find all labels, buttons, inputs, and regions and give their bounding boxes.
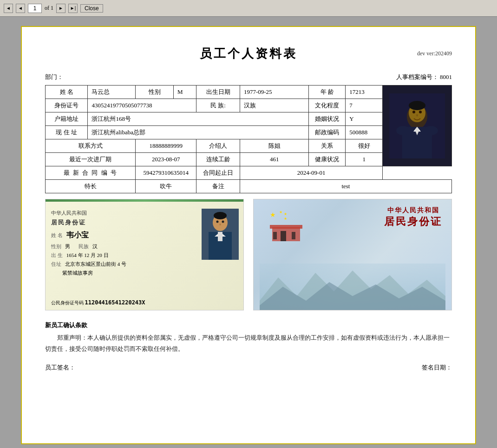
svg-point-16 bbox=[222, 221, 224, 223]
last-entry-value: 2023-08-07 bbox=[136, 153, 196, 166]
title-row: 员工个人资料表 dev ver:202409 bbox=[45, 46, 452, 62]
ethnicity-label: 民 族: bbox=[196, 99, 240, 112]
remark-value: test bbox=[240, 180, 451, 193]
id-card-back: 中华人民共和国 居民身份证 ★ ★ ★ ★ bbox=[253, 199, 452, 310]
id-address-line2: 紫禁城故事房 bbox=[62, 270, 93, 277]
id-label: 身份证号 bbox=[46, 99, 88, 112]
contract-start-label: 合同起止日 bbox=[196, 166, 240, 180]
svg-text:★: ★ bbox=[284, 212, 287, 216]
sign-date-label: 签名日期： bbox=[422, 363, 452, 372]
birthday-label: 出生日期 bbox=[196, 86, 240, 99]
id-back-content: 中华人民共和国 居民身份证 ★ ★ ★ ★ bbox=[254, 199, 451, 310]
relation-label: 关系 bbox=[309, 139, 346, 153]
relation-value: 很好 bbox=[346, 139, 383, 153]
id-address-row2: 紫禁城故事房 bbox=[51, 270, 238, 277]
address-label: 现 住 址 bbox=[46, 126, 88, 139]
svg-point-17 bbox=[220, 224, 221, 225]
contact-label: 联系方式 bbox=[46, 139, 136, 153]
id-top-bar bbox=[46, 199, 243, 202]
ethnicity-value: 汉族 bbox=[240, 99, 309, 112]
first-page-button[interactable]: ◄ bbox=[4, 4, 13, 13]
id-gender-value: 男 bbox=[65, 243, 70, 250]
svg-rect-20 bbox=[218, 232, 222, 241]
contract-value: 594279310635014 bbox=[136, 166, 196, 180]
document-page: 员工个人资料表 dev ver:202409 部门： 人事档案编号： 8001 … bbox=[21, 26, 476, 444]
svg-point-11 bbox=[424, 126, 438, 135]
gender-value: M bbox=[174, 86, 196, 99]
id-ethnicity-label: 民族 bbox=[78, 243, 89, 250]
file-number-label: 人事档案编号： bbox=[396, 73, 438, 80]
toolbar: ◄ ◄ of 1 ► ►| Close bbox=[0, 0, 497, 17]
culture-value: 7 bbox=[346, 99, 383, 112]
birthday-value: 1977-09-25 bbox=[240, 86, 309, 99]
id-name-label: 姓 名 bbox=[51, 232, 63, 239]
prev-page-button[interactable]: ◄ bbox=[16, 4, 25, 13]
table-row: 姓 名 马云总 性别 M 出生日期 1977-09-25 年 龄 17213 bbox=[46, 86, 452, 99]
next-page-button[interactable]: ► bbox=[56, 4, 65, 13]
svg-point-3 bbox=[409, 101, 425, 110]
postcode-label: 邮政编码 bbox=[309, 126, 346, 139]
id-address-line1: 北京市东城区景山前街 4 号 bbox=[65, 261, 126, 268]
svg-rect-30 bbox=[270, 225, 302, 229]
page-of-label: of 1 bbox=[45, 5, 53, 12]
contract-start-value: 2024-09-01 bbox=[240, 166, 382, 180]
svg-point-6 bbox=[416, 114, 418, 116]
hometown-value: 浙江杭州168号 bbox=[88, 112, 309, 126]
signature-row: 员工签名： 签名日期： bbox=[45, 363, 452, 372]
id-birth-value: 1654 年 12 月 20 日 bbox=[66, 252, 109, 259]
id-card-front: 中华人民共和国 居民身份证 姓 名 韦小宝 性别 男 民族 汉 bbox=[45, 199, 244, 310]
national-emblem: ★ ★ ★ ★ bbox=[268, 209, 305, 246]
table-row: 特长 吹牛 备注 test bbox=[46, 180, 452, 193]
file-number-section: 人事档案编号： 8001 bbox=[396, 73, 452, 81]
document-version: dev ver:202409 bbox=[417, 50, 452, 57]
svg-point-5 bbox=[419, 111, 422, 113]
svg-rect-33 bbox=[292, 232, 295, 239]
gender-label: 性别 bbox=[136, 86, 174, 99]
department-label: 部门： bbox=[45, 73, 63, 81]
remark-label: 备注 bbox=[196, 180, 240, 193]
skill-label: 特长 bbox=[46, 180, 136, 193]
declaration-title: 新员工确认条款 bbox=[45, 320, 452, 330]
id-number-value: 11204416541220243X bbox=[85, 299, 145, 306]
health-value: 1 bbox=[346, 153, 383, 166]
table-row: 最 新 合 同 编 号 594279310635014 合同起止日 2024-0… bbox=[46, 166, 452, 180]
age-label: 年 龄 bbox=[309, 86, 346, 99]
contract-label: 最 新 合 同 编 号 bbox=[46, 166, 136, 180]
continuous-age-value: 461 bbox=[240, 153, 309, 166]
svg-point-15 bbox=[216, 221, 219, 223]
id-number-label: 公民身份证号码 bbox=[51, 300, 84, 305]
id-address-row: 住址 北京市东城区景山前街 4 号 bbox=[51, 261, 238, 268]
declaration-section: 新员工确认条款 郑重声明：本人确认所提供的资料全部属实，无虚假，严格遵守公司一切… bbox=[45, 320, 452, 354]
photo-cell bbox=[383, 86, 452, 166]
id-number-section: 公民身份证号码 11204416541220243X bbox=[51, 299, 145, 306]
skill-value: 吹牛 bbox=[136, 180, 196, 193]
introducer-label: 介绍人 bbox=[196, 139, 240, 153]
contact-value: 18888889999 bbox=[136, 139, 196, 153]
document-title: 员工个人资料表 bbox=[200, 46, 297, 62]
id-back-republic: 中华人民共和国 bbox=[384, 206, 442, 215]
employee-photo bbox=[389, 93, 445, 158]
hometown-label: 户籍地址 bbox=[46, 112, 88, 126]
svg-rect-32 bbox=[273, 232, 277, 239]
id-ethnicity-value: 汉 bbox=[92, 243, 98, 250]
id-person-photo bbox=[202, 209, 239, 260]
page-container: 员工个人资料表 dev ver:202409 部门： 人事档案编号： 8001 … bbox=[0, 17, 497, 448]
id-name-value: 韦小宝 bbox=[66, 231, 89, 240]
page-number-input[interactable] bbox=[28, 4, 42, 13]
svg-rect-31 bbox=[281, 231, 286, 241]
declaration-text: 郑重声明：本人确认所提供的资料全部属实，无虚假，严格遵守公司一切规章制度及服从合… bbox=[45, 332, 452, 354]
id-front-content: 中华人民共和国 居民身份证 姓 名 韦小宝 性别 男 民族 汉 bbox=[46, 199, 243, 310]
name-value: 马云总 bbox=[88, 86, 136, 99]
address-value: 浙江杭州alibaba总部 bbox=[88, 126, 309, 139]
marriage-value: Y bbox=[346, 112, 383, 126]
file-number-value: 8001 bbox=[440, 73, 452, 80]
id-back-title-area: 中华人民共和国 居民身份证 bbox=[384, 206, 442, 229]
svg-point-4 bbox=[412, 111, 415, 113]
last-page-button[interactable]: ►| bbox=[68, 4, 78, 13]
svg-text:★: ★ bbox=[284, 217, 287, 221]
svg-text:★: ★ bbox=[279, 210, 282, 214]
close-button[interactable]: Close bbox=[80, 4, 103, 13]
svg-point-14 bbox=[214, 212, 227, 219]
last-entry-label: 最近一次进厂期 bbox=[46, 153, 136, 166]
header-row: 部门： 人事档案编号： 8001 bbox=[45, 73, 452, 81]
